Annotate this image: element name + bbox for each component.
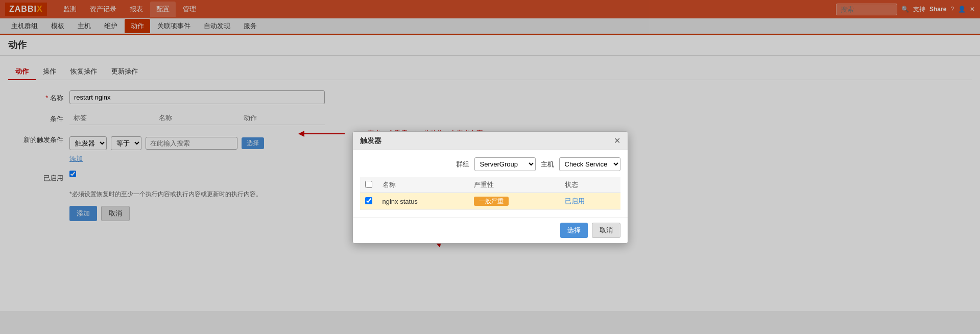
modal-select-button[interactable]: 选择 xyxy=(560,223,588,238)
trigger-status-cell: 已启用 xyxy=(560,193,620,210)
col-trigger-name: 名称 xyxy=(377,177,469,193)
host-label: 主机 xyxy=(541,160,554,169)
status-badge: 已启用 xyxy=(565,197,585,205)
select-all-checkbox[interactable] xyxy=(365,181,372,188)
modal-overlay: 触发器 ✕ 群组 ServerGroup 主机 Check Service xyxy=(0,0,980,311)
group-label: 群组 xyxy=(456,160,469,169)
modal-close-button[interactable]: ✕ xyxy=(614,136,620,146)
modal-footer: 选择 取消 xyxy=(353,217,628,243)
modal-header: 触发器 ✕ xyxy=(353,132,628,150)
modal-filter-row: 群组 ServerGroup 主机 Check Service xyxy=(360,157,620,171)
group-select[interactable]: ServerGroup xyxy=(474,157,536,171)
trigger-name-cell: nginx status xyxy=(377,193,469,210)
modal-title: 触发器 xyxy=(360,136,381,146)
trigger-modal: 触发器 ✕ 群组 ServerGroup 主机 Check Service xyxy=(352,131,628,244)
trigger-table: 名称 严重性 状态 nginx status 一般严重 xyxy=(360,177,620,210)
row-checkbox[interactable] xyxy=(365,197,372,204)
modal-cancel-button[interactable]: 取消 xyxy=(592,223,620,238)
host-select[interactable]: Check Service xyxy=(559,157,620,171)
col-trigger-severity: 严重性 xyxy=(469,177,559,193)
trigger-name: nginx status xyxy=(383,198,418,205)
col-trigger-status: 状态 xyxy=(560,177,620,193)
col-checkbox-header xyxy=(360,177,377,193)
modal-body: 群组 ServerGroup 主机 Check Service 名称 xyxy=(353,150,628,217)
severity-badge: 一般严重 xyxy=(474,197,509,206)
row-checkbox-cell xyxy=(360,193,377,210)
table-row: nginx status 一般严重 已启用 xyxy=(360,193,620,210)
trigger-severity-cell: 一般严重 xyxy=(469,193,559,210)
